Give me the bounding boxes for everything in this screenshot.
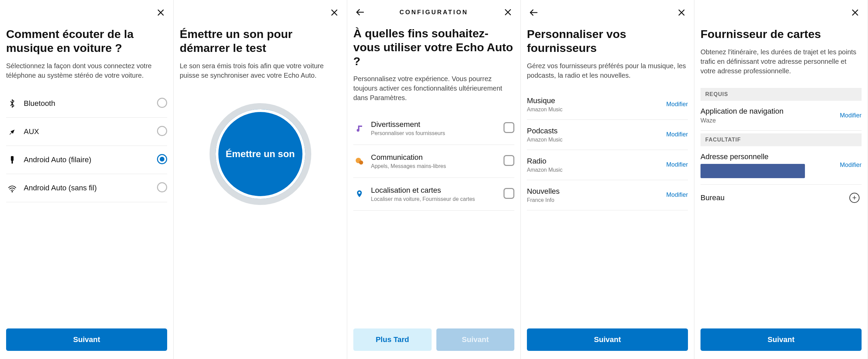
next-button-disabled: Suivant [436, 328, 515, 351]
topbar: CONFIGURATION [353, 6, 514, 18]
android-auto-wireless-icon [6, 183, 18, 193]
edit-link[interactable]: Modifier [840, 112, 862, 119]
provider-value: France Info [527, 197, 560, 203]
radio-unselected[interactable] [157, 126, 167, 136]
android-auto-wired-icon [6, 155, 18, 165]
page-title: Fournisseur de cartes [701, 27, 862, 41]
svg-rect-1 [12, 161, 13, 164]
purpose-list: Divertissement Personnaliser vos fournis… [353, 112, 514, 211]
close-icon [156, 8, 165, 17]
next-button[interactable]: Suivant [701, 328, 862, 351]
chat-bubbles-icon [353, 156, 366, 166]
close-icon [330, 8, 339, 17]
back-button[interactable] [527, 6, 540, 19]
back-button[interactable] [353, 6, 367, 18]
add-office-button[interactable]: + [847, 191, 862, 205]
provider-value: Amazon Music [527, 107, 563, 113]
nav-app-value: Waze [701, 117, 784, 124]
provider-title: Podcasts [527, 127, 563, 135]
radio-selected[interactable] [157, 154, 167, 164]
provider-music: Musique Amazon Music Modifier [527, 90, 688, 120]
panel-emit-sound: Émettre un son pour démarrer le test Le … [174, 0, 347, 359]
edit-link[interactable]: Modifier [666, 101, 688, 108]
provider-radio: Radio Amazon Music Modifier [527, 150, 688, 180]
next-button[interactable]: Suivant [527, 328, 688, 351]
later-button[interactable]: Plus Tard [353, 328, 432, 351]
checkbox[interactable] [504, 188, 514, 199]
music-note-icon [353, 124, 366, 133]
nav-app-title: Application de navigation [701, 107, 784, 116]
item-title: Divertissement [371, 120, 499, 129]
panel-maps-provider: Fournisseur de cartes Obtenez l'itinérai… [694, 0, 868, 359]
svg-rect-0 [11, 156, 14, 161]
item-sub: Localiser ma voiture, Fournisseur de car… [371, 196, 499, 202]
checkbox[interactable] [504, 155, 514, 166]
option-label: AUX [24, 127, 153, 136]
item-title: Communication [371, 153, 499, 162]
home-address-value-redacted [701, 164, 805, 178]
office-row: Bureau + [701, 185, 862, 211]
aux-icon [6, 127, 18, 137]
connection-options-list: Bluetooth AUX Android Auto (filaire) And… [6, 90, 167, 202]
page-subtitle: Gérez vos fournisseurs préférés pour la … [527, 61, 688, 80]
option-aux[interactable]: AUX [6, 118, 167, 146]
close-button[interactable] [328, 6, 341, 19]
topbar [180, 6, 341, 19]
purpose-location[interactable]: Localisation et cartes Localiser ma voit… [353, 178, 514, 211]
checkbox[interactable] [504, 122, 514, 133]
edit-link[interactable]: Modifier [666, 161, 688, 168]
page-title: Émettre un son pour démarrer le test [180, 27, 341, 55]
provider-value: Amazon Music [527, 167, 563, 173]
location-pin-icon [353, 189, 366, 199]
provider-title: Nouvelles [527, 187, 560, 196]
home-title: Adresse personnelle [701, 152, 834, 161]
back-arrow-icon [529, 8, 538, 17]
page-subtitle: Le son sera émis trois fois afin que vot… [180, 61, 341, 80]
item-title: Localisation et cartes [371, 186, 499, 195]
panel-providers: Personnaliser vos fournisseurs Gérez vos… [521, 0, 694, 359]
radio-unselected[interactable] [157, 98, 167, 108]
edit-link[interactable]: Modifier [666, 131, 688, 138]
page-subtitle: Sélectionnez la façon dont vous connecte… [6, 61, 167, 80]
close-icon [504, 8, 512, 17]
option-bluetooth[interactable]: Bluetooth [6, 90, 167, 118]
topbar [701, 6, 862, 19]
close-button[interactable] [501, 6, 514, 19]
option-label: Android Auto (filaire) [24, 155, 153, 164]
option-android-auto-wireless[interactable]: Android Auto (sans fil) [6, 174, 167, 202]
purpose-communication[interactable]: Communication Appels, Messages mains-lib… [353, 145, 514, 178]
topbar [527, 6, 688, 19]
page-title: À quelles fins souhaitez-vous utiliser v… [353, 26, 514, 68]
radio-unselected[interactable] [157, 182, 167, 192]
close-button[interactable] [675, 6, 688, 19]
option-label: Android Auto (sans fil) [24, 184, 153, 192]
emit-sound-button[interactable]: Émettre un son [210, 103, 311, 205]
edit-link[interactable]: Modifier [666, 191, 688, 199]
section-required: REQUIS [701, 88, 862, 101]
back-arrow-icon [355, 8, 365, 16]
next-button[interactable]: Suivant [6, 328, 167, 351]
page-subtitle: Personnalisez votre expérience. Vous pou… [353, 74, 514, 102]
provider-news: Nouvelles France Info Modifier [527, 180, 688, 210]
option-android-auto-wired[interactable]: Android Auto (filaire) [6, 146, 167, 174]
item-sub: Personnaliser vos fournisseurs [371, 130, 499, 136]
page-subtitle: Obtenez l'itinéraire, les durées de traj… [701, 47, 862, 76]
purpose-entertainment[interactable]: Divertissement Personnaliser vos fournis… [353, 112, 514, 145]
bluetooth-icon [6, 98, 18, 109]
close-button[interactable] [849, 6, 862, 19]
header-label: CONFIGURATION [399, 9, 468, 16]
provider-podcasts: Podcasts Amazon Music Modifier [527, 120, 688, 150]
close-icon [677, 8, 686, 17]
provider-title: Radio [527, 157, 563, 166]
provider-title: Musique [527, 96, 563, 105]
option-label: Bluetooth [24, 99, 153, 108]
section-optional: FACULTATIF [701, 133, 862, 146]
item-sub: Appels, Messages mains-libres [371, 163, 499, 169]
close-button[interactable] [154, 6, 167, 19]
edit-link[interactable]: Modifier [840, 162, 862, 169]
topbar [6, 6, 167, 19]
nav-app-row: Application de navigation Waze Modifier [701, 101, 862, 131]
close-icon [851, 8, 860, 17]
svg-point-5 [358, 192, 360, 194]
svg-point-2 [12, 191, 13, 192]
